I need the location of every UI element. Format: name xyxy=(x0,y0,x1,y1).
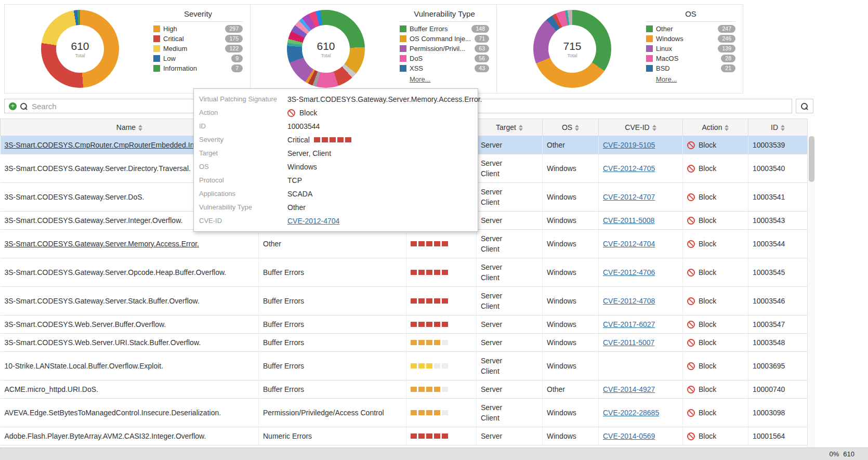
cell-id: 10003543 xyxy=(748,212,808,230)
donut-total: 610 xyxy=(317,40,335,52)
cell-vulnerability-type: Buffer Errors xyxy=(259,287,406,316)
legend-item[interactable]: Critical175 xyxy=(153,35,243,43)
vertical-scrollbar[interactable] xyxy=(807,136,815,448)
cve-link[interactable]: CVE-2012-4707 xyxy=(603,193,655,201)
cell-severity xyxy=(406,230,477,258)
column-header-id[interactable]: ID xyxy=(748,119,808,136)
table-row[interactable]: 3S-Smart.CODESYS.Web.Server.URI.Stack.Bu… xyxy=(1,334,808,352)
cve-link[interactable]: CVE-2012-4708 xyxy=(603,297,655,305)
column-header-os[interactable]: OS xyxy=(543,119,599,136)
target-line: Server xyxy=(481,291,538,301)
severity-bar-segment xyxy=(418,241,425,246)
signature-name[interactable]: 3S-Smart.CODESYS.Gateway.Server.DoS. xyxy=(5,193,144,201)
table-row[interactable]: ACME.micro_httpd.URI.DoS.Buffer ErrorsSe… xyxy=(1,380,808,399)
cell-name: ACME.micro_httpd.URI.DoS. xyxy=(1,380,259,399)
legend-item[interactable]: DoS56 xyxy=(400,55,489,62)
legend-count-badge: 139 xyxy=(718,45,735,52)
search-icon xyxy=(801,102,809,110)
table-row[interactable]: AVEVA.Edge.SetBytesToManagedControl.Inse… xyxy=(1,399,808,427)
signature-name[interactable]: ACME.micro_httpd.URI.DoS. xyxy=(5,385,99,393)
cve-link[interactable]: CVE-2011-5008 xyxy=(603,216,654,225)
legend-item[interactable]: BSD21 xyxy=(646,64,735,72)
legend-item[interactable]: Other247 xyxy=(646,25,735,33)
scrollbar-thumb[interactable] xyxy=(809,136,814,182)
cve-link[interactable]: CVE-2012-4704 xyxy=(603,240,655,248)
legend-item[interactable]: Windows246 xyxy=(646,35,735,43)
donut-chart[interactable]: 610 Total xyxy=(287,10,365,88)
table-row[interactable]: 3S-Smart.CODESYS.Gateway.Server.Stack.Bu… xyxy=(1,287,808,316)
tooltip-field-value: Other xyxy=(287,202,306,213)
cell-os: Windows xyxy=(543,316,599,334)
legend-item[interactable]: XSS43 xyxy=(400,64,489,72)
legend-more-link[interactable]: More... xyxy=(410,75,430,83)
action-label: Block xyxy=(699,408,716,418)
add-filter-icon[interactable] xyxy=(9,102,17,110)
sort-icon xyxy=(725,125,729,131)
cell-id: 10003098 xyxy=(748,399,808,427)
legend-item[interactable]: Buffer Errors148 xyxy=(400,25,489,33)
cve-link[interactable]: CVE-2014-4927 xyxy=(603,385,655,393)
legend-label: Critical xyxy=(163,35,184,43)
cell-cve-id: CVE-2012-4706 xyxy=(599,258,683,287)
cve-link[interactable]: CVE-2022-28685 xyxy=(603,409,659,417)
signature-name[interactable]: 3S-Smart.CODESYS.Gateway.Server.Director… xyxy=(5,164,191,173)
legend-item[interactable]: Information7 xyxy=(153,64,243,72)
donut-chart[interactable]: 715 Total xyxy=(533,10,611,88)
target-line: Server xyxy=(481,356,538,366)
sort-icon xyxy=(138,125,142,131)
signature-name[interactable]: Adobe.Flash.Player.ByteArray.AVM2.CASI32… xyxy=(5,432,206,440)
column-header-cve-id[interactable]: CVE-ID xyxy=(599,119,683,136)
cell-action: Block xyxy=(683,258,748,287)
action: Block xyxy=(687,337,744,348)
severity-bar-segment xyxy=(426,270,432,275)
chart-panel: 610 Total Vulnerability Type Buffer Erro… xyxy=(251,4,497,94)
severity-bar-segment xyxy=(426,340,432,345)
column-header-target[interactable]: Target xyxy=(477,119,543,136)
table-row[interactable]: 3S-Smart.CODESYS.Web.Server.Buffer.Overf… xyxy=(1,316,808,334)
cve-link[interactable]: CVE-2014-0569 xyxy=(603,432,655,440)
legend-more-link[interactable]: More... xyxy=(656,75,677,83)
legend-item[interactable]: Low9 xyxy=(153,55,243,62)
severity-bar-segment xyxy=(418,340,425,345)
target-line: Server xyxy=(481,319,538,330)
signature-name[interactable]: 3S-Smart.CODESYS.Web.Server.Buffer.Overf… xyxy=(5,320,166,328)
action: Block xyxy=(687,192,744,202)
cve-link[interactable]: CVE-2012-4704 xyxy=(287,216,339,226)
signature-name[interactable]: AVEVA.Edge.SetBytesToManagedControl.Inse… xyxy=(5,409,221,417)
signature-name[interactable]: 10-Strike.LANState.Local.Buffer.Overflow… xyxy=(5,362,164,370)
column-header-action[interactable]: Action xyxy=(683,119,748,136)
legend-count-badge: 297 xyxy=(225,25,243,33)
table-row[interactable]: 3S-Smart.CODESYS.Gateway.Server.Memory.A… xyxy=(1,230,808,258)
severity-bars xyxy=(411,385,450,393)
search-button[interactable] xyxy=(796,99,813,113)
cell-id: 10003546 xyxy=(748,287,808,316)
table-row[interactable]: 3S-Smart.CODESYS.Gateway.Server.Opcode.H… xyxy=(1,258,808,287)
cve-link[interactable]: CVE-2017-6027 xyxy=(603,320,655,328)
donut-chart[interactable]: 610 Total xyxy=(41,10,119,88)
signature-name[interactable]: 3S-Smart.CODESYS.Gateway.Server.Memory.A… xyxy=(5,240,199,248)
cve-link[interactable]: CVE-2011-5007 xyxy=(603,338,654,347)
signature-name[interactable]: 3S-Smart.CODESYS.Gateway.Server.Stack.Bu… xyxy=(5,297,200,305)
block-icon xyxy=(687,386,695,393)
signature-name[interactable]: 3S-Smart.CODESYS.Web.Server.URI.Stack.Bu… xyxy=(5,338,201,347)
legend-title: Vulnerability Type xyxy=(400,9,489,22)
table-row[interactable]: Adobe.Flash.Player.ByteArray.AVM2.CASI32… xyxy=(1,427,808,445)
cell-target: ServerClient xyxy=(477,399,543,427)
severity-bars xyxy=(314,135,353,145)
cve-link[interactable]: CVE-2012-4706 xyxy=(603,268,655,277)
legend-item[interactable]: OS Command Inje...71 xyxy=(400,35,489,43)
action: Block xyxy=(687,215,744,226)
table-row[interactable]: 10-Strike.LANState.Local.Buffer.Overflow… xyxy=(1,352,808,380)
signature-name[interactable]: 3S-Smart.CODESYS.Gateway.Server.Opcode.H… xyxy=(5,268,227,277)
cell-target: ServerClient xyxy=(477,352,543,380)
signature-name[interactable]: 3S-Smart.CODESYS.Gateway.Server.Integer.… xyxy=(5,216,183,225)
legend-item[interactable]: Linux139 xyxy=(646,45,735,52)
legend-item[interactable]: High297 xyxy=(153,25,243,33)
tooltip-field-label: Action xyxy=(199,108,287,118)
cve-link[interactable]: CVE-2012-4705 xyxy=(603,164,655,173)
legend-item[interactable]: Permission/Privil...63 xyxy=(400,45,489,52)
cve-link[interactable]: CVE-2019-5105 xyxy=(603,141,655,149)
legend-item[interactable]: Medium122 xyxy=(153,45,243,52)
legend-item[interactable]: MacOS28 xyxy=(646,55,735,62)
cell-vulnerability-type: Buffer Errors xyxy=(259,258,406,287)
